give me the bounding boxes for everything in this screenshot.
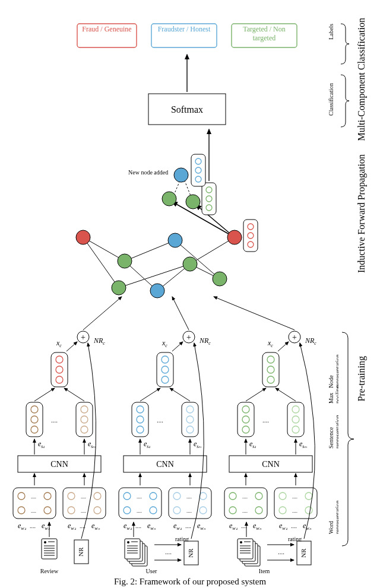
svg-line-187 [214,297,294,330]
plus-user: + [183,331,195,343]
classification-label: Classification [328,83,334,116]
svg-text:CNN: CNN [262,460,280,469]
svg-text:....: .... [242,508,248,514]
svg-line-196 [190,237,235,264]
item-label: Item [259,568,270,574]
svg-text:....: .... [185,523,191,529]
pretraining-label: Pre-training [356,356,367,401]
svg-text:ew₁: ew₁ [173,522,182,531]
svg-text:....: .... [186,508,192,514]
cnn-review: CNN [18,456,101,472]
svg-text:....: .... [262,417,269,424]
svg-text:es₁: es₁ [38,440,45,449]
svg-point-210 [186,195,200,209]
figure-caption: Fig. 2: Framework of our proposed system [114,577,267,586]
svg-rect-61 [119,488,162,519]
user-label: User [146,568,158,574]
svg-text:....: .... [165,548,172,555]
svg-rect-158 [51,352,68,387]
labels-label: Labels [328,24,334,40]
noderep-label: Node representation [328,347,338,388]
svg-text:esₘ: esₘ [299,440,307,449]
svg-line-156 [246,388,266,401]
svg-text:....: .... [31,508,36,514]
noderep-item [262,352,279,387]
svg-line-153 [64,388,84,401]
svg-text:....: .... [137,494,142,500]
svg-text:+: + [292,333,297,342]
svg-text:CNN: CNN [156,460,174,469]
svg-text:xc: xc [56,339,62,348]
wordrep-review: .... .... ew₁ .... ewₙ .... .... ew₁ ...… [13,488,106,531]
ewn: ewₙ [42,522,50,531]
svg-text:NRc: NRc [305,336,316,346]
label-fraud: Fraud / Geneuine [77,24,137,47]
svg-point-204 [150,284,164,298]
svg-point-211 [174,168,188,182]
label-fraudster: Fraudster / Honest [151,24,217,47]
svg-rect-139 [182,402,198,437]
item-docs-icon [238,539,260,566]
svg-text:....: .... [81,494,86,500]
svg-text:esₘ: esₘ [88,440,96,449]
noderep-user [157,352,173,387]
svg-text:....: .... [157,417,163,424]
svg-text:ewₙ: ewₙ [91,522,100,531]
nr-box-item: NR [297,541,311,565]
svg-text:xc: xc [267,339,273,348]
svg-text:NR: NR [187,548,194,558]
svg-point-201 [76,230,90,244]
svg-text:....: .... [186,494,192,500]
svg-text:ew₁: ew₁ [124,522,132,531]
svg-rect-220 [191,154,205,186]
svg-text:....: .... [135,523,141,529]
nr-box-user: NR [184,541,198,565]
svg-text:NR: NR [77,547,84,557]
svg-point-209 [162,192,176,206]
graph: New node added [76,154,258,298]
svg-text:Softmax: Softmax [171,104,203,115]
svg-text:es₁: es₁ [249,440,256,449]
svg-text:ewₙ: ewₙ [147,522,156,531]
user-docs-icon [125,539,147,566]
sentence-rep-label: Sentence representation [328,401,338,449]
svg-rect-81 [224,488,267,519]
svg-text:....: .... [242,494,248,500]
svg-text:....: .... [137,508,142,514]
svg-rect-143 [238,402,254,437]
svg-line-191 [125,240,175,261]
svg-point-206 [183,257,197,271]
wordrep-user: .... .... ew₁ .... ewₙ .... .... ew₁ ...… [119,488,211,531]
svg-point-202 [118,254,132,268]
svg-text:....: .... [292,508,297,514]
label-targeted: Targeted / Non targeted [232,24,297,47]
cnn-item: CNN [229,456,312,472]
plus-review: + [77,331,89,343]
svg-point-14 [127,541,129,543]
svg-rect-51 [63,488,106,519]
inductive-label: Inductive Forward Propagation [356,154,367,273]
svg-point-205 [168,233,182,247]
svg-text:NR: NR [300,548,307,558]
svg-point-207 [213,272,227,286]
svg-text:+: + [186,333,191,342]
svg-text:....: .... [241,523,247,529]
svg-line-179 [83,297,122,330]
svg-text:+: + [81,333,86,342]
svg-rect-130 [76,402,93,437]
ew1: ew₁ [18,522,26,531]
svg-point-208 [227,230,242,244]
svg-text:....: .... [31,494,36,500]
cnn-user: CNN [124,456,207,472]
svg-point-29 [240,541,242,543]
sentvec-review: .... [26,402,93,437]
svg-rect-134 [132,402,148,437]
svg-line-155 [170,388,190,401]
plus-item: + [289,331,300,343]
svg-point-1 [44,541,46,543]
svg-rect-91 [274,488,317,519]
svg-text:ew₁: ew₁ [68,522,76,531]
svg-rect-71 [169,488,211,519]
svg-text:ewₙ: ewₙ [197,522,206,531]
svg-text:....: .... [292,494,297,500]
